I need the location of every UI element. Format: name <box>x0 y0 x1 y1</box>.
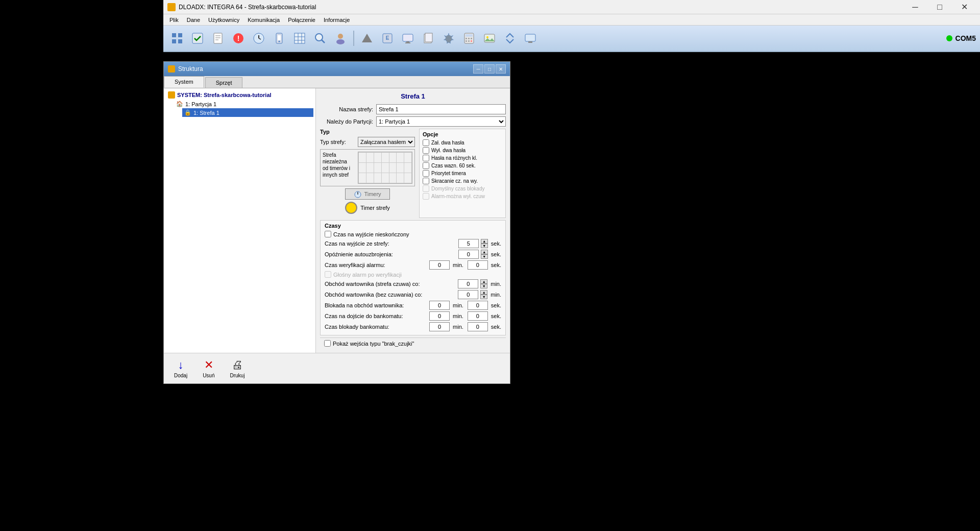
timer-strefy-area[interactable]: Timer strefy <box>320 202 415 214</box>
czasy-input-7b[interactable] <box>468 301 488 310</box>
nalezy-select[interactable]: 1: Partycja 1 <box>376 116 506 127</box>
monitor-toolbar-btn[interactable] <box>398 29 418 48</box>
export-toolbar-btn[interactable]: E <box>378 29 397 48</box>
czasy-check-0[interactable] <box>325 231 331 237</box>
opcje-check-0[interactable] <box>423 139 429 146</box>
warning-toolbar-btn[interactable]: ! <box>229 29 248 48</box>
grid-cell[interactable] <box>381 173 389 183</box>
grid-cell[interactable] <box>389 163 397 173</box>
grid-cell[interactable] <box>359 173 366 183</box>
czasy-input-7a[interactable] <box>429 301 450 310</box>
grid-cell[interactable] <box>397 163 404 173</box>
czasy-check-4[interactable] <box>325 271 331 278</box>
menu-uzytkownicy[interactable]: Użytkownicy <box>204 16 243 24</box>
opcje-check-4[interactable] <box>423 170 429 177</box>
pages-toolbar-btn[interactable] <box>419 29 438 48</box>
czasy-input-3a[interactable] <box>429 260 450 270</box>
grid-cell[interactable] <box>359 163 366 173</box>
grid2-toolbar-btn[interactable] <box>290 29 309 48</box>
grid-cell[interactable] <box>381 163 389 173</box>
settings-toolbar-btn[interactable] <box>439 29 458 48</box>
grid-cell[interactable] <box>404 173 412 183</box>
grid-cell[interactable] <box>389 153 397 163</box>
czasy-input-3b[interactable] <box>468 260 488 270</box>
right-panel: Strefa 1 Nazwa strefy: Należy do Partycj… <box>316 88 510 353</box>
drukuj-action[interactable]: 🖨 Drukuj <box>230 358 245 378</box>
czasy-input-5[interactable] <box>458 279 478 288</box>
spin-up-5[interactable]: ▲ <box>480 279 487 284</box>
czasy-input-1[interactable] <box>458 239 479 248</box>
drukuj-label: Drukuj <box>230 373 245 378</box>
close-button[interactable]: ✕ <box>952 0 976 14</box>
grid-cell[interactable] <box>374 163 381 173</box>
opcje-check-1[interactable] <box>423 147 429 154</box>
nazwa-input[interactable] <box>376 104 506 114</box>
minimize-button[interactable]: ─ <box>903 0 927 14</box>
usun-action[interactable]: ✕ Usuń <box>203 358 214 378</box>
opcje-check-2[interactable] <box>423 155 429 161</box>
spin-up-2[interactable]: ▲ <box>481 250 488 254</box>
clock-toolbar-btn[interactable] <box>249 29 268 48</box>
dodaj-action[interactable]: ↓ Dodaj <box>174 358 187 378</box>
czasy-input-9b[interactable] <box>468 322 488 331</box>
maximize-button[interactable]: □ <box>928 0 951 14</box>
grid-cell[interactable] <box>366 163 374 173</box>
typ-strefy-select[interactable]: Załączana hasłem <box>358 137 415 147</box>
image-toolbar-btn[interactable] <box>480 29 499 48</box>
grid-cell[interactable] <box>397 173 404 183</box>
spin-up-6[interactable]: ▲ <box>480 290 487 295</box>
grid-cell[interactable] <box>381 153 389 163</box>
spin-up-1[interactable]: ▲ <box>481 239 488 244</box>
opcje-check-6[interactable] <box>423 185 429 192</box>
grid-cell[interactable] <box>397 153 404 163</box>
menu-komunikacja[interactable]: Komunikacja <box>243 16 284 24</box>
czasy-input-9a[interactable] <box>429 322 450 331</box>
bottom-check-input[interactable] <box>324 340 331 347</box>
grid-cell[interactable] <box>366 153 374 163</box>
spin-down-1[interactable]: ▼ <box>481 244 488 248</box>
tree-zone-1[interactable]: 🔒 1: Strefa 1 <box>182 108 313 117</box>
check-toolbar-btn[interactable] <box>188 29 207 48</box>
grid-toolbar-btn[interactable] <box>167 29 187 48</box>
tree-system-root[interactable]: SYSTEM: Strefa-skarbcowa-tutorial <box>166 90 313 100</box>
calc-toolbar-btn[interactable] <box>459 29 479 48</box>
screen-toolbar-btn[interactable] <box>521 29 540 48</box>
win-close-btn[interactable]: ✕ <box>496 64 506 74</box>
arrows-toolbar-btn[interactable] <box>500 29 520 48</box>
menu-dane[interactable]: Dane <box>183 16 204 24</box>
tree-partition-1[interactable]: 🏠 1: Partycja 1 <box>174 100 313 108</box>
spin-down-5[interactable]: ▼ <box>480 284 487 288</box>
grid-cell[interactable] <box>366 173 374 183</box>
spin-down-2[interactable]: ▼ <box>481 254 488 259</box>
tab-sprzet[interactable]: Sprzęt <box>205 77 243 88</box>
menu-polaczenie[interactable]: Połączenie <box>284 16 320 24</box>
czasy-unit-7b: sek. <box>491 302 501 308</box>
spin-down-6[interactable]: ▼ <box>480 295 487 299</box>
timers-button[interactable]: Timery <box>345 188 389 200</box>
phone-toolbar-btn[interactable] <box>270 29 289 48</box>
tab-system[interactable]: System <box>164 76 204 88</box>
opcje-check-5[interactable] <box>423 178 429 184</box>
opcje-label: Opcje <box>423 131 502 137</box>
menu-plik[interactable]: Plik <box>165 16 183 24</box>
triangle-toolbar-btn[interactable] <box>357 29 377 48</box>
grid-cell[interactable] <box>374 173 381 183</box>
opcje-item-6: Domyślny czas blokady <box>423 185 502 192</box>
person-toolbar-btn[interactable] <box>331 29 350 48</box>
grid-cell[interactable] <box>404 153 412 163</box>
win-minimize-btn[interactable]: ─ <box>473 64 483 74</box>
czasy-input-8b[interactable] <box>468 311 488 321</box>
opcje-check-3[interactable] <box>423 162 429 169</box>
grid-cell[interactable] <box>359 153 366 163</box>
grid-cell[interactable] <box>389 173 397 183</box>
win-maximize-btn[interactable]: □ <box>484 64 495 74</box>
grid-cell[interactable] <box>404 163 412 173</box>
czasy-input-2[interactable] <box>458 250 479 259</box>
menu-informacje[interactable]: Informacje <box>320 16 354 24</box>
page-toolbar-btn[interactable] <box>208 29 228 48</box>
opcje-check-7[interactable] <box>423 193 429 200</box>
zoom-toolbar-btn[interactable] <box>310 29 330 48</box>
czasy-input-6[interactable] <box>458 290 478 299</box>
czasy-input-8a[interactable] <box>429 311 450 321</box>
grid-cell[interactable] <box>374 153 381 163</box>
